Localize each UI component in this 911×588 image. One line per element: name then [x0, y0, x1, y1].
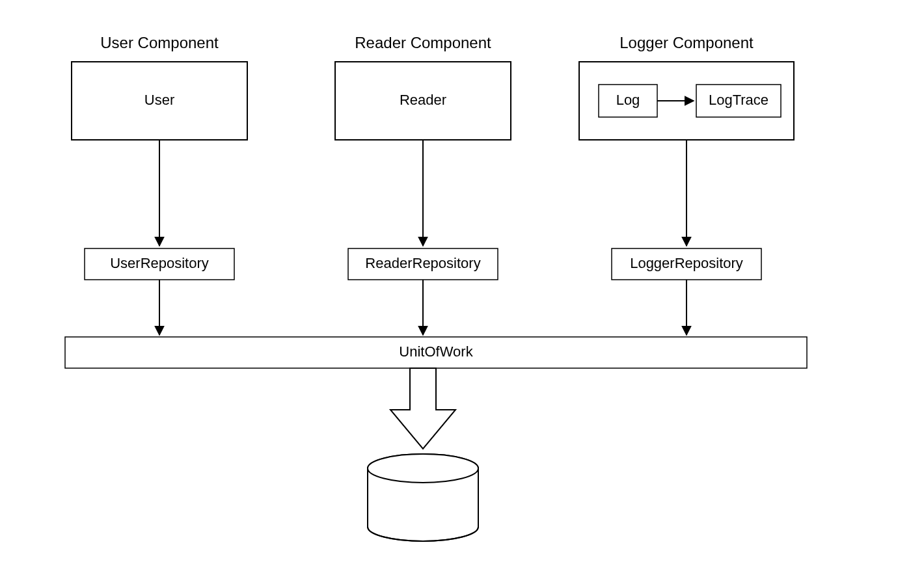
database-icon	[368, 454, 478, 541]
architecture-diagram: User Component User UserRepository Reade…	[0, 0, 911, 588]
block-arrow-icon	[390, 368, 456, 449]
inner-label-logtrace: LogTrace	[709, 92, 768, 108]
column-title-user: User Component	[100, 34, 219, 51]
column-title-reader: Reader Component	[355, 34, 491, 51]
component-label-user: User	[144, 92, 174, 108]
repo-label-logger: LoggerRepository	[630, 255, 743, 271]
column-title-logger: Logger Component	[619, 34, 754, 51]
inner-label-log: Log	[616, 92, 640, 108]
repo-label-reader: ReaderRepository	[365, 255, 480, 271]
svg-point-2	[368, 454, 478, 483]
repo-label-user: UserRepository	[110, 255, 209, 271]
unit-of-work-label: UnitOfWork	[399, 343, 473, 360]
component-label-reader: Reader	[400, 92, 446, 108]
